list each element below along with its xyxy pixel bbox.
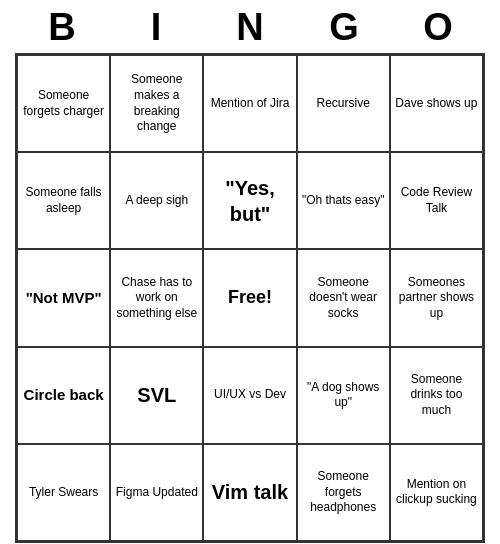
bingo-letter-i: I [113, 6, 199, 49]
bingo-letter-o: O [395, 6, 481, 49]
bingo-cell-r1c0[interactable]: Someone falls asleep [17, 152, 110, 249]
bingo-cell-r2c4[interactable]: Someones partner shows up [390, 249, 483, 346]
bingo-cell-r0c4[interactable]: Dave shows up [390, 55, 483, 152]
bingo-cell-r4c3[interactable]: Someone forgets headphones [297, 444, 390, 541]
bingo-cell-r3c1[interactable]: SVL [110, 347, 203, 444]
bingo-cell-r1c2[interactable]: "Yes, but" [203, 152, 296, 249]
bingo-cell-r3c3[interactable]: "A dog shows up" [297, 347, 390, 444]
bingo-grid: Someone forgets chargerSomeone makes a b… [15, 53, 485, 543]
bingo-cell-r4c2[interactable]: Vim talk [203, 444, 296, 541]
bingo-letter-b: B [19, 6, 105, 49]
bingo-cell-r3c0[interactable]: Circle back [17, 347, 110, 444]
bingo-title: BINGO [15, 0, 485, 53]
bingo-cell-r1c1[interactable]: A deep sigh [110, 152, 203, 249]
bingo-letter-n: N [207, 6, 293, 49]
bingo-cell-r0c0[interactable]: Someone forgets charger [17, 55, 110, 152]
bingo-cell-r1c3[interactable]: "Oh thats easy" [297, 152, 390, 249]
bingo-cell-r2c3[interactable]: Someone doesn't wear socks [297, 249, 390, 346]
bingo-cell-r2c1[interactable]: Chase has to work on something else [110, 249, 203, 346]
bingo-cell-r4c0[interactable]: Tyler Swears [17, 444, 110, 541]
bingo-cell-r1c4[interactable]: Code Review Talk [390, 152, 483, 249]
bingo-cell-r2c0[interactable]: "Not MVP" [17, 249, 110, 346]
bingo-cell-r3c2[interactable]: UI/UX vs Dev [203, 347, 296, 444]
bingo-cell-r3c4[interactable]: Someone drinks too much [390, 347, 483, 444]
bingo-cell-r4c4[interactable]: Mention on clickup sucking [390, 444, 483, 541]
bingo-cell-r0c3[interactable]: Recursive [297, 55, 390, 152]
bingo-letter-g: G [301, 6, 387, 49]
bingo-cell-r2c2[interactable]: Free! [203, 249, 296, 346]
bingo-cell-r4c1[interactable]: Figma Updated [110, 444, 203, 541]
bingo-cell-r0c1[interactable]: Someone makes a breaking change [110, 55, 203, 152]
bingo-cell-r0c2[interactable]: Mention of Jira [203, 55, 296, 152]
